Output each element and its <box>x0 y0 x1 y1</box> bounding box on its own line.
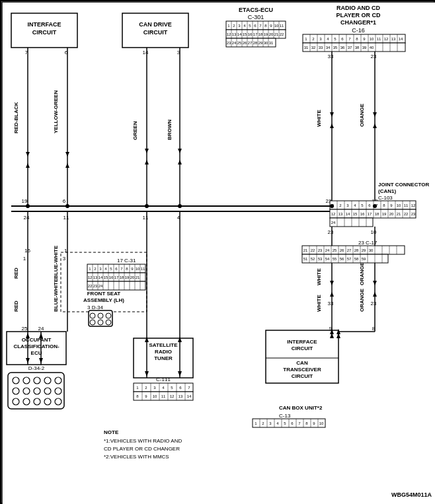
svg-text:11: 11 <box>141 267 145 271</box>
svg-text:22: 22 <box>280 32 284 36</box>
svg-text:25: 25 <box>22 326 28 332</box>
svg-text:16: 16 <box>24 248 30 254</box>
svg-text:20: 20 <box>130 275 135 279</box>
svg-text:23: 23 <box>411 212 416 216</box>
svg-text:59: 59 <box>362 257 366 261</box>
svg-text:17: 17 <box>114 275 119 279</box>
svg-text:12: 12 <box>331 212 336 216</box>
wiring-diagram-svg: INTERFACE CIRCUIT CAN DRIVE CIRCUIT ETAC… <box>1 1 435 504</box>
svg-text:CIRCUIT: CIRCUIT <box>143 29 168 36</box>
svg-text:WHITE: WHITE <box>316 268 322 285</box>
svg-text:8: 8 <box>372 326 376 332</box>
svg-text:23: 23 <box>371 54 377 59</box>
svg-text:11: 11 <box>63 215 69 221</box>
svg-text:YELLOW-GREEN: YELLOW-GREEN <box>53 90 59 133</box>
svg-point-473 <box>26 204 30 208</box>
svg-text:26: 26 <box>340 248 344 252</box>
svg-text:24: 24 <box>99 284 103 288</box>
svg-text:SATELLITE: SATELLITE <box>149 342 178 348</box>
svg-point-476 <box>178 204 182 208</box>
svg-text:30: 30 <box>264 41 268 45</box>
svg-text:22: 22 <box>88 284 93 288</box>
svg-text:C-16: C-16 <box>352 27 365 34</box>
svg-text:14: 14 <box>399 37 403 41</box>
svg-text:CD PLAYER OR CD CHANGER: CD PLAYER OR CD CHANGER <box>104 446 180 452</box>
svg-text:BROWN: BROWN <box>167 120 173 140</box>
svg-text:56: 56 <box>340 257 344 261</box>
svg-text:27: 27 <box>248 41 253 45</box>
svg-text:ASSEMBLY (LH): ASSEMBLY (LH) <box>83 297 124 303</box>
svg-text:3: 3 <box>177 50 180 55</box>
svg-text:3: 3 <box>63 256 66 262</box>
svg-text:33: 33 <box>319 46 323 50</box>
svg-text:RADIO AND CD: RADIO AND CD <box>336 5 381 11</box>
svg-text:C-301: C-301 <box>248 14 264 20</box>
svg-text:24: 24 <box>325 248 330 252</box>
svg-text:17: 17 <box>253 32 258 36</box>
svg-text:CAN BOX UNIT*2: CAN BOX UNIT*2 <box>279 405 323 411</box>
svg-text:24: 24 <box>38 326 44 332</box>
svg-text:11: 11 <box>143 215 149 221</box>
svg-text:CLASSIFICATION-: CLASSIFICATION- <box>13 343 59 349</box>
svg-text:19: 19 <box>22 198 28 204</box>
svg-text:16: 16 <box>248 32 253 36</box>
svg-text:13: 13 <box>93 275 98 279</box>
svg-text:51: 51 <box>303 257 308 261</box>
svg-text:36: 36 <box>340 46 345 50</box>
svg-text:WHITE: WHITE <box>316 110 322 127</box>
svg-text:14: 14 <box>99 275 103 279</box>
svg-text:18: 18 <box>375 212 379 216</box>
svg-text:ETACS-ECU: ETACS-ECU <box>239 7 273 13</box>
svg-text:WBG54M011A: WBG54M011A <box>391 491 432 498</box>
svg-text:18: 18 <box>120 275 124 279</box>
svg-text:ECU: ECU <box>31 350 42 356</box>
svg-text:14: 14 <box>187 394 192 398</box>
svg-text:13: 13 <box>232 32 237 36</box>
svg-text:37: 37 <box>348 46 352 50</box>
svg-text:23: 23 <box>318 248 323 252</box>
svg-text:31: 31 <box>304 46 309 50</box>
svg-text:21: 21 <box>136 275 140 279</box>
svg-text:*1:VEHICLES WITH RADIO AND: *1:VEHICLES WITH RADIO AND <box>104 438 182 444</box>
svg-text:BLUE-WHITE: BLUE-WHITE <box>53 278 59 312</box>
svg-text:58: 58 <box>354 257 359 261</box>
svg-text:PLAYER OR CD: PLAYER OR CD <box>336 12 381 18</box>
svg-text:ORANGE: ORANGE <box>359 103 365 127</box>
svg-text:6: 6 <box>63 198 66 204</box>
svg-text:12: 12 <box>88 275 93 279</box>
svg-rect-393 <box>302 254 388 263</box>
svg-text:7: 7 <box>25 50 28 55</box>
svg-text:33: 33 <box>328 301 334 306</box>
svg-point-475 <box>145 204 149 208</box>
svg-text:11: 11 <box>161 394 166 398</box>
svg-text:D-34-2: D-34-2 <box>28 365 45 371</box>
svg-text:12: 12 <box>170 394 175 398</box>
svg-text:22: 22 <box>311 248 315 252</box>
svg-text:54: 54 <box>325 257 330 261</box>
svg-text:10: 10 <box>274 24 279 28</box>
svg-text:10: 10 <box>136 267 140 271</box>
svg-text:6: 6 <box>65 50 68 55</box>
svg-text:14: 14 <box>346 212 350 216</box>
svg-text:32: 32 <box>311 46 316 50</box>
svg-text:16: 16 <box>109 275 114 279</box>
svg-text:23: 23 <box>227 41 231 45</box>
svg-text:15: 15 <box>353 212 358 216</box>
svg-text:55: 55 <box>333 257 337 261</box>
svg-text:GREEN: GREEN <box>132 121 138 140</box>
svg-text:33: 33 <box>328 54 334 59</box>
svg-text:13: 13 <box>338 212 343 216</box>
svg-text:28: 28 <box>354 248 359 252</box>
svg-point-477 <box>330 204 334 208</box>
svg-text:1: 1 <box>23 256 26 262</box>
svg-point-478 <box>373 204 377 208</box>
svg-text:10: 10 <box>319 421 324 425</box>
svg-text:3 D-34: 3 D-34 <box>87 305 104 310</box>
svg-text:17: 17 <box>368 212 372 216</box>
svg-point-474 <box>65 204 69 208</box>
svg-text:NOTE: NOTE <box>104 429 119 435</box>
svg-text:29: 29 <box>362 248 366 252</box>
svg-text:ORANGE: ORANGE <box>359 262 365 285</box>
svg-text:27: 27 <box>347 248 352 252</box>
svg-text:24: 24 <box>331 221 336 225</box>
